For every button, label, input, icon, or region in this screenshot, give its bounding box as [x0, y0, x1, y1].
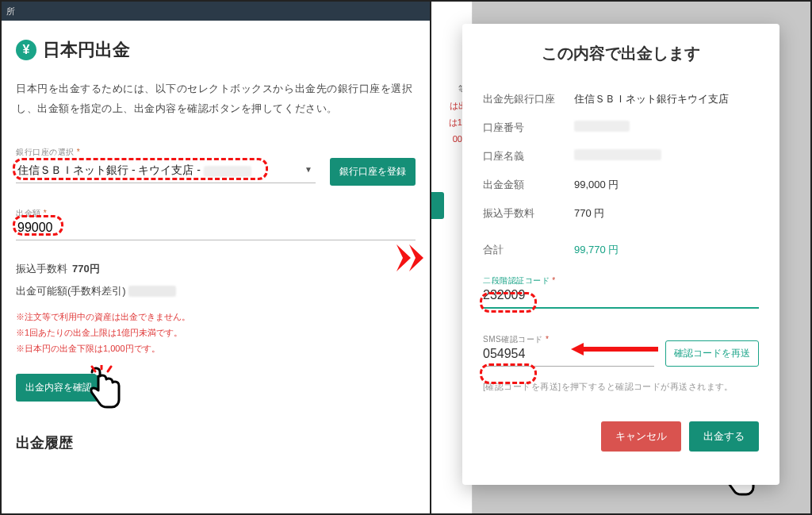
- page-title-text: 日本円出金: [43, 38, 130, 62]
- resend-hint: [確認コードを再送]を押下すると確認コードが再送されます。: [483, 381, 759, 393]
- bank-select-label: 銀行口座の選択 *: [16, 147, 416, 158]
- svg-line-2: [108, 367, 111, 371]
- masked-available: [128, 286, 176, 297]
- bank-select[interactable]: 住信ＳＢＩネット銀行 - キウイ支店 - ▼: [16, 160, 316, 183]
- confirm-modal-backdrop: 等 は出 は10 000 この内容で出金します 出金先銀行口座住信ＳＢＩネット銀…: [431, 2, 810, 513]
- masked-name: [574, 149, 661, 160]
- modal-title: この内容で出金します: [483, 43, 759, 64]
- row-total: 合計99,770 円: [483, 236, 759, 264]
- withdraw-page: 所 ¥ 日本円出金 日本円を出金するためには、以下のセレクトボックスから出金先の…: [2, 2, 431, 513]
- row-account-number: 口座番号: [483, 113, 759, 142]
- resend-code-button[interactable]: 確認コードを再送: [665, 340, 759, 367]
- page-description: 日本円を出金するためには、以下のセレクトボックスから出金先の銀行口座を選択し、出…: [16, 79, 416, 118]
- tfa-input[interactable]: [483, 286, 759, 309]
- double-arrow-icon: [395, 241, 428, 275]
- confirm-withdraw-modal: この内容で出金します 出金先銀行口座住信ＳＢＩネット銀行キウイ支店 口座番号 口…: [462, 24, 779, 485]
- cancel-button[interactable]: キャンセル: [601, 421, 681, 452]
- page-title: ¥ 日本円出金: [16, 38, 416, 62]
- masked-account: [204, 166, 251, 177]
- arrow-left-icon: [571, 343, 658, 356]
- fee-info: 振込手数料770円 出金可能額(手数料差引): [16, 258, 416, 302]
- row-account-name: 口座名義: [483, 142, 759, 171]
- chevron-down-icon: ▼: [304, 165, 312, 174]
- amount-label: 出金額 *: [16, 208, 416, 219]
- yen-icon: ¥: [16, 40, 36, 60]
- register-bank-button[interactable]: 銀行口座を登録: [330, 158, 416, 186]
- obscured-button-chip: [431, 192, 444, 219]
- amount-input[interactable]: [16, 219, 416, 240]
- row-fee: 振込手数料770 円: [483, 199, 759, 228]
- withdraw-notes: ※注文等で利用中の資産は出金できません。 ※1回あたりの出金上限は1億円未満です…: [16, 309, 416, 356]
- row-amount: 出金金額99,000 円: [483, 171, 759, 199]
- app-top-bar: 所: [2, 2, 430, 21]
- history-heading: 出金履歴: [16, 433, 416, 452]
- hand-pointer-icon: [84, 365, 122, 409]
- row-bank: 出金先銀行口座住信ＳＢＩネット銀行キウイ支店: [483, 85, 759, 113]
- tfa-field: 二段階認証コード *: [483, 275, 759, 309]
- submit-withdraw-button[interactable]: 出金する: [689, 421, 759, 452]
- masked-acct: [574, 121, 630, 132]
